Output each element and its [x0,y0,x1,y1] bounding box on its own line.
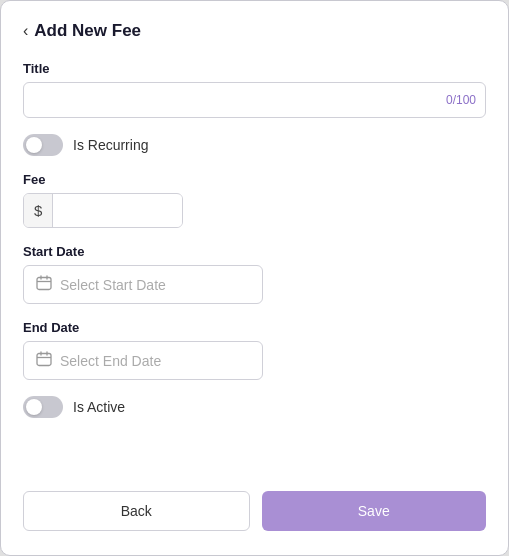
fee-field-group: Fee $ [23,172,486,228]
back-button[interactable]: Back [23,491,250,531]
start-date-label: Start Date [23,244,486,259]
is-active-toggle[interactable] [23,396,63,418]
add-new-fee-card: ‹ Add New Fee Title 0/100 Is Recurring F… [0,0,509,556]
svg-rect-0 [37,278,51,290]
save-button[interactable]: Save [262,491,487,531]
back-icon[interactable]: ‹ [23,22,28,40]
page-title: Add New Fee [34,21,141,41]
calendar-icon-start [36,275,52,294]
title-input-wrapper: 0/100 [23,82,486,118]
button-row: Back Save [23,475,486,531]
start-date-placeholder: Select Start Date [60,277,166,293]
end-date-label: End Date [23,320,486,335]
end-date-placeholder: Select End Date [60,353,161,369]
is-recurring-toggle[interactable] [23,134,63,156]
toggle-thumb [26,137,42,153]
svg-rect-1 [37,354,51,366]
is-recurring-row: Is Recurring [23,134,486,156]
header: ‹ Add New Fee [23,21,486,41]
start-date-input[interactable]: Select Start Date [23,265,263,304]
end-date-input[interactable]: Select End Date [23,341,263,380]
start-date-field-group: Start Date Select Start Date [23,244,486,304]
title-input[interactable] [23,82,486,118]
fee-label: Fee [23,172,486,187]
fee-currency-symbol: $ [24,194,53,227]
fee-input[interactable] [53,195,182,227]
title-label: Title [23,61,486,76]
is-active-row: Is Active [23,396,486,418]
calendar-icon-end [36,351,52,370]
end-date-field-group: End Date Select End Date [23,320,486,380]
fee-input-wrapper: $ [23,193,183,228]
is-recurring-label: Is Recurring [73,137,148,153]
toggle-thumb-active [26,399,42,415]
title-field-group: Title 0/100 [23,61,486,118]
is-active-label: Is Active [73,399,125,415]
